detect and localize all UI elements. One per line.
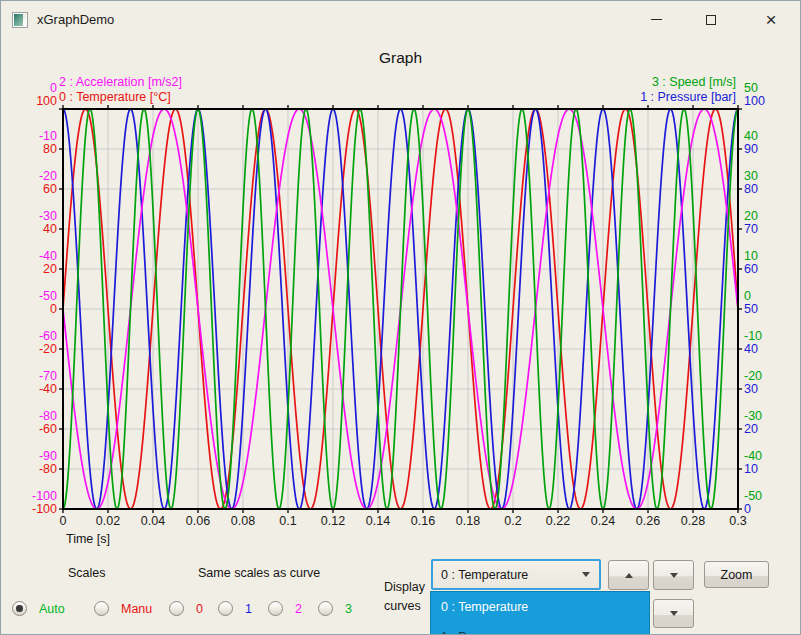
y-axis-label-left: -40: [1, 250, 57, 263]
plot-area: [55, 101, 746, 517]
x-axis-label: 0.08: [231, 514, 255, 528]
maximize-icon: [706, 15, 716, 25]
y-axis-label-right: 20: [744, 210, 758, 223]
x-axis-label: 0.12: [321, 514, 345, 528]
x-axis-label: 0: [60, 514, 67, 528]
curve-down-button[interactable]: [653, 560, 694, 590]
x-axis-label: 0.3: [729, 514, 746, 528]
spin-up-icon: [625, 573, 633, 578]
y-axis-label-right: 50: [744, 303, 758, 316]
y-axis-label-right: 40: [744, 130, 758, 143]
y-axis-label-left: -10: [1, 130, 57, 143]
y-axis-label-left: -20: [1, 170, 57, 183]
y-axis-label-left: 100: [1, 95, 57, 108]
y-axis-label-right: -10: [744, 330, 762, 343]
radio-1[interactable]: [218, 601, 233, 616]
app-icon: [12, 12, 28, 28]
y-axis-label-right: 10: [744, 250, 758, 263]
y-axis-label-left: 40: [1, 223, 57, 236]
radio-manu[interactable]: [94, 601, 109, 616]
y-axis-label-left: 0: [1, 303, 57, 316]
x-axis-label: 0.06: [186, 514, 210, 528]
radio-label-3: 3: [345, 602, 352, 616]
zoom-button[interactable]: Zoom: [704, 561, 769, 588]
y-axis-label-left: -50: [1, 290, 57, 303]
curve-dropdown-popup: 0 : Temperature1 : Pressure: [431, 592, 649, 635]
y-axis-label-right: -50: [744, 490, 762, 503]
dropdown-item-0-temperature[interactable]: 0 : Temperature: [431, 592, 649, 622]
y-axis-label-left: -90: [1, 450, 57, 463]
y-axis-label-left: 0: [1, 82, 57, 95]
radio-label-0: 0: [196, 602, 203, 616]
y-axis-label-right: 60: [744, 263, 758, 276]
y-axis-label-left: -70: [1, 370, 57, 383]
legend-item: 3 : Speed [m/s]: [652, 75, 736, 89]
x-axis-label: 0.1: [279, 514, 296, 528]
x-axis-label: 0.02: [96, 514, 120, 528]
window-title: xGraphDemo: [37, 12, 114, 27]
same-scales-label: Same scales as curve: [198, 566, 320, 580]
radio-label-1: 1: [245, 602, 252, 616]
graph-title: Graph: [1, 49, 800, 67]
curve-combobox[interactable]: 0 : Temperature: [431, 559, 601, 590]
radio-label-manu: Manu: [121, 602, 152, 616]
x-axis-label: 0.26: [636, 514, 660, 528]
y-axis-label-right: -40: [744, 450, 762, 463]
x-axis-title: Time [s]: [66, 532, 110, 546]
display-down-button[interactable]: [653, 599, 694, 628]
spin-down-icon: [670, 611, 678, 616]
scales-label: Scales: [68, 566, 106, 580]
y-axis-label-left: -100: [1, 503, 57, 516]
y-axis-label-right: 30: [744, 170, 758, 183]
x-axis-label: 0.22: [546, 514, 570, 528]
y-axis-label-left: -40: [1, 383, 57, 396]
y-axis-label-left: 20: [1, 263, 57, 276]
minimize-icon: [651, 19, 662, 20]
radio-auto[interactable]: [12, 601, 27, 616]
y-axis-label-left: -80: [1, 410, 57, 423]
x-axis-label: 0.04: [141, 514, 165, 528]
x-axis-label: 0.16: [411, 514, 435, 528]
y-axis-label-right: 100: [744, 95, 765, 108]
radio-2[interactable]: [268, 601, 283, 616]
radio-label-2: 2: [295, 602, 302, 616]
y-axis-label-left: -80: [1, 463, 57, 476]
curve-combobox-value: 0 : Temperature: [433, 568, 582, 582]
curve-up-button[interactable]: [608, 560, 649, 590]
dropdown-item-1-pressure[interactable]: 1 : Pressure: [431, 622, 649, 635]
y-axis-label-right: 20: [744, 423, 758, 436]
y-axis-label-left: -60: [1, 423, 57, 436]
spin-down-icon: [670, 573, 678, 578]
y-axis-label-right: 30: [744, 383, 758, 396]
y-axis-label-right: 80: [744, 183, 758, 196]
minimize-button[interactable]: [633, 1, 679, 38]
close-icon: ×: [765, 10, 776, 29]
maximize-button[interactable]: [688, 1, 734, 38]
combo-arrow-icon: [582, 572, 590, 577]
y-axis-label-left: -100: [1, 490, 57, 503]
y-axis-label-right: 0: [744, 290, 751, 303]
legend-item: 2 : Acceleration [m/s2]: [59, 75, 182, 89]
x-axis-label: 0.14: [366, 514, 390, 528]
close-button[interactable]: ×: [748, 1, 794, 38]
x-axis-label: 0.24: [591, 514, 615, 528]
y-axis-label-right: 90: [744, 143, 758, 156]
radio-3[interactable]: [318, 601, 333, 616]
y-axis-label-left: -60: [1, 330, 57, 343]
radio-label-auto: Auto: [39, 602, 65, 616]
radio-0[interactable]: [169, 601, 184, 616]
y-axis-label-left: -30: [1, 210, 57, 223]
y-axis-label-right: 70: [744, 223, 758, 236]
y-axis-label-right: 40: [744, 343, 758, 356]
app-window: xGraphDemo × Graph 2 : Acceleration [m/s…: [0, 0, 801, 635]
y-axis-label-right: -30: [744, 410, 762, 423]
x-axis-label: 0.28: [681, 514, 705, 528]
y-axis-label-left: 60: [1, 183, 57, 196]
display-curves-label: Display curves: [384, 578, 425, 616]
y-axis-label-right: 50: [744, 82, 758, 95]
y-axis-label-right: -20: [744, 370, 762, 383]
x-axis-label: 0.18: [456, 514, 480, 528]
x-axis-label: 0.2: [504, 514, 521, 528]
y-axis-label-right: 10: [744, 463, 758, 476]
title-bar: xGraphDemo ×: [1, 1, 800, 39]
